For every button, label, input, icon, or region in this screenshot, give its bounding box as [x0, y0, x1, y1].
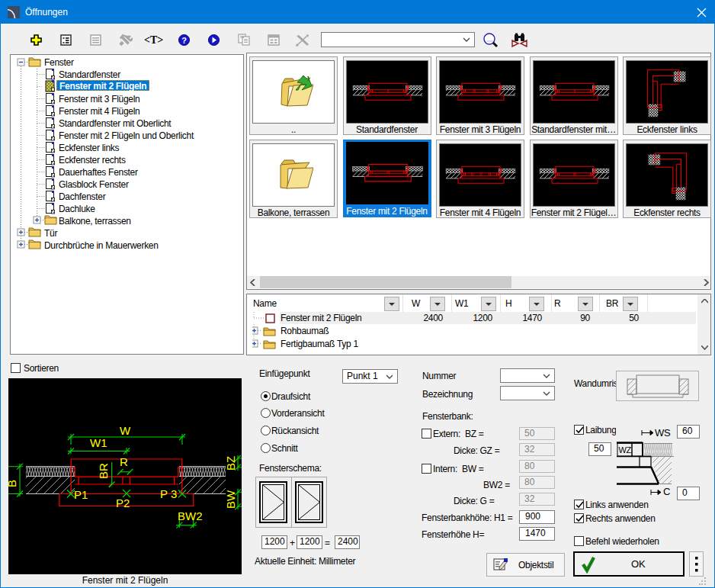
svg-text:?: ?	[181, 36, 187, 45]
svg-text:BW: BW	[224, 490, 237, 509]
svg-text:BW2: BW2	[178, 509, 203, 522]
svg-text:P 3: P 3	[160, 487, 177, 500]
svg-text:W1: W1	[90, 436, 107, 449]
svg-text:B: B	[8, 480, 18, 487]
svg-text:BR: BR	[97, 463, 110, 479]
svg-text:R: R	[120, 455, 128, 468]
svg-text:WZ: WZ	[619, 445, 632, 455]
svg-text:P2: P2	[116, 496, 130, 509]
svg-text:W: W	[120, 424, 131, 437]
svg-text:P1: P1	[74, 488, 88, 501]
svg-text:BZ: BZ	[224, 456, 237, 471]
